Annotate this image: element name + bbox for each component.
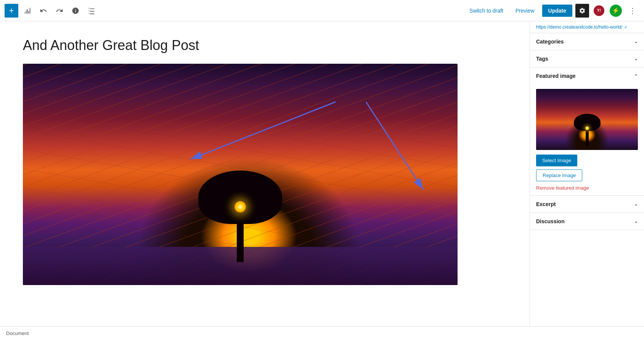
discussion-label: Discussion [536, 218, 565, 224]
sidebar-section-tags: Tags ⌄ [530, 50, 644, 68]
featured-image-body: Select Image Replace Image Remove featur… [530, 84, 644, 195]
bottom-bar: Document [0, 326, 644, 340]
toolbar-right: Switch to draft Preview Update Y! ⚡ ⋮ [465, 4, 639, 18]
info-button[interactable] [69, 4, 82, 18]
toolbar-left: + [5, 4, 463, 18]
yoast-button[interactable]: Y! [592, 4, 606, 18]
excerpt-chevron: ⌄ [634, 201, 638, 207]
undo-button[interactable] [37, 4, 50, 18]
sidebar-section-excerpt: Excerpt ⌄ [530, 196, 644, 213]
update-button[interactable]: Update [542, 5, 572, 17]
yoast-icon: Y! [594, 5, 604, 16]
featured-image-label: Featured image [536, 73, 575, 79]
document-label: Document [6, 330, 29, 336]
sidebar-url-bar: https://demo.createandcode.io/hello-worl… [530, 21, 644, 33]
sidebar-section-categories: Categories ⌄ [530, 33, 644, 50]
categories-header[interactable]: Categories ⌄ [530, 33, 644, 50]
sunset-backdrop [23, 64, 458, 285]
sun-glow [234, 201, 246, 213]
featured-image-thumbnail[interactable] [536, 89, 638, 150]
switch-to-draft-button[interactable]: Switch to draft [465, 5, 508, 16]
redo-button[interactable] [53, 4, 66, 18]
preview-button[interactable]: Preview [511, 5, 539, 16]
thumb-trunk [586, 131, 589, 146]
tree-canopy [198, 171, 282, 224]
featured-image-header[interactable]: Featured image ⌄ [530, 68, 644, 84]
select-image-button[interactable]: Select Image [536, 155, 577, 166]
tree-silhouette [202, 167, 278, 262]
external-link-icon: ↗ [624, 25, 627, 29]
categories-label: Categories [536, 39, 564, 45]
excerpt-label: Excerpt [536, 201, 556, 207]
tags-chevron: ⌄ [634, 56, 638, 61]
settings-button[interactable] [575, 4, 589, 18]
post-title[interactable]: And Another Great Blog Post [23, 37, 507, 55]
bolt-icon: ⚡ [610, 5, 622, 17]
categories-chevron: ⌄ [634, 39, 638, 44]
editor-area[interactable]: And Another Great Blog Post [0, 21, 530, 326]
featured-image-main [23, 64, 458, 285]
remove-featured-image-link[interactable]: Remove featured image [536, 185, 638, 191]
discussion-header[interactable]: Discussion ⌄ [530, 213, 644, 230]
add-block-button[interactable]: + [5, 4, 18, 18]
sidebar: https://demo.createandcode.io/hello-worl… [530, 21, 644, 326]
post-url-link[interactable]: https://demo.createandcode.io/hello-worl… [536, 24, 622, 30]
sidebar-section-discussion: Discussion ⌄ [530, 213, 644, 230]
featured-image-chevron: ⌄ [634, 73, 638, 79]
tree-trunk [237, 216, 244, 262]
discussion-chevron: ⌄ [634, 219, 638, 224]
tags-header[interactable]: Tags ⌄ [530, 50, 644, 67]
excerpt-header[interactable]: Excerpt ⌄ [530, 196, 644, 213]
toolbar: + Switch to draft Preview Update Y! ⚡ [0, 0, 644, 21]
thumb-tree [574, 114, 601, 146]
tools-button[interactable] [21, 4, 34, 18]
list-view-button[interactable] [85, 4, 98, 18]
more-options-button[interactable]: ⋮ [626, 5, 639, 17]
sidebar-section-featured-image: Featured image ⌄ Select Image Replace Im… [530, 68, 644, 196]
tags-label: Tags [536, 56, 548, 62]
main-layout: And Another Great Blog Post [0, 21, 644, 326]
bolt-button[interactable]: ⚡ [609, 4, 623, 18]
replace-image-button[interactable]: Replace Image [536, 169, 582, 181]
thumb-sun [585, 126, 589, 130]
